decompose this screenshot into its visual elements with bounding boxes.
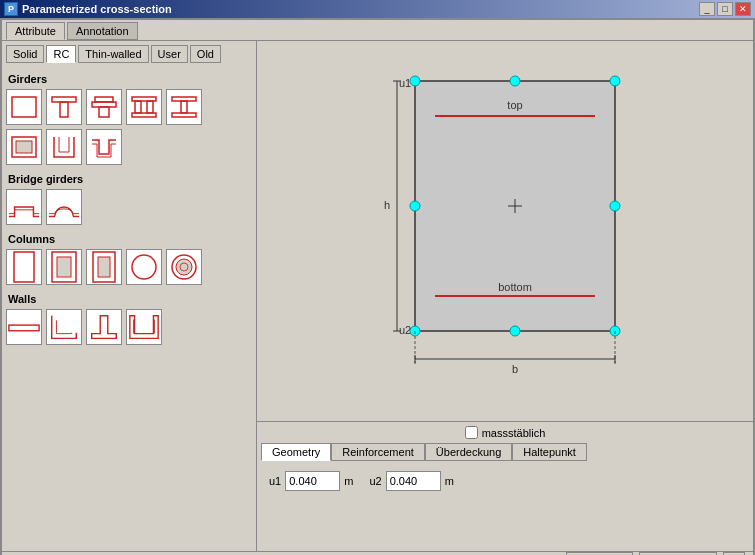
girder-rect[interactable] (6, 89, 42, 125)
tab-annotation[interactable]: Annotation (67, 22, 138, 40)
u2-field-group: u2 m (369, 471, 453, 491)
tab-geometry[interactable]: Geometry (261, 443, 331, 461)
bridge-girder-2[interactable] (46, 189, 82, 225)
svg-rect-15 (14, 252, 34, 282)
svg-point-20 (132, 255, 156, 279)
section-walls: Walls (8, 293, 252, 305)
svg-point-23 (180, 263, 188, 271)
sub-tab-bar: Solid RC Thin-walled User Old (6, 45, 252, 63)
app-icon: P (4, 2, 18, 16)
cross-section-diagram: top bottom h u2 u1 b (325, 41, 685, 421)
section-bridge-girders: Bridge girders (8, 173, 252, 185)
svg-point-28 (410, 76, 420, 86)
svg-rect-9 (132, 113, 156, 117)
girder-t-wide[interactable] (86, 89, 122, 125)
u1-field-group: u1 m (269, 471, 353, 491)
column-hollow-rect2[interactable] (86, 249, 122, 285)
maximize-button[interactable]: □ (717, 2, 733, 16)
u1-input[interactable] (285, 471, 340, 491)
svg-text:h: h (384, 199, 390, 211)
param-fields: u1 m u2 m (261, 467, 749, 495)
window-controls: _ □ ✕ (699, 2, 751, 16)
svg-point-29 (510, 76, 520, 86)
column-circle[interactable] (126, 249, 162, 285)
section-girders: Girders (8, 73, 252, 85)
u2-input[interactable] (386, 471, 441, 491)
girder-trough[interactable] (86, 129, 122, 165)
svg-rect-11 (181, 101, 187, 113)
masstablich-label: massstäblich (482, 427, 546, 439)
close-button[interactable]: ✕ (735, 2, 751, 16)
drawing-area: top bottom h u2 u1 b (257, 41, 753, 421)
main-window: Attribute Annotation Solid RC Thin-walle… (0, 18, 755, 555)
svg-rect-12 (172, 113, 196, 117)
svg-text:u1: u1 (399, 77, 411, 89)
svg-rect-2 (60, 102, 68, 117)
wall-l[interactable] (46, 309, 82, 345)
svg-rect-8 (147, 101, 153, 113)
tab-reinforcement[interactable]: Reinforcement (331, 443, 425, 461)
svg-text:u2: u2 (399, 324, 411, 336)
wall-u[interactable] (126, 309, 162, 345)
walls-row (6, 309, 252, 345)
param-tabs: Geometry Reinforcement Überdeckung Halte… (261, 443, 749, 461)
top-tab-bar: Attribute Annotation (2, 20, 753, 40)
u1-label: u1 (269, 475, 281, 487)
tab-user[interactable]: User (151, 45, 188, 63)
tab-attribute[interactable]: Attribute (6, 22, 65, 40)
u2-unit: m (445, 475, 454, 487)
girders-row-2 (6, 129, 252, 165)
bridge-girder-1[interactable] (6, 189, 42, 225)
masstablich-checkbox[interactable] (465, 426, 478, 439)
column-hollow-circle[interactable] (166, 249, 202, 285)
u2-label: u2 (369, 475, 381, 487)
girder-double-t[interactable] (126, 89, 162, 125)
tab-old[interactable]: Old (190, 45, 221, 63)
column-rect[interactable] (6, 249, 42, 285)
wall-flat[interactable] (6, 309, 42, 345)
girders-row-1 (6, 89, 252, 125)
tab-rc[interactable]: RC (46, 45, 76, 63)
girder-i-beam[interactable] (166, 89, 202, 125)
svg-point-30 (610, 76, 620, 86)
tab-thin-walled[interactable]: Thin-walled (78, 45, 148, 63)
u1-unit: m (344, 475, 353, 487)
svg-rect-0 (12, 97, 36, 117)
girder-t[interactable] (46, 89, 82, 125)
svg-text:top: top (507, 99, 522, 111)
content-area: Solid RC Thin-walled User Old Girders (2, 40, 753, 551)
girder-u[interactable] (46, 129, 82, 165)
checkbox-row: massstäblich (261, 426, 749, 439)
svg-point-34 (510, 326, 520, 336)
section-columns: Columns (8, 233, 252, 245)
svg-rect-7 (135, 101, 141, 113)
svg-point-32 (610, 201, 620, 211)
window-title: Parameterized cross-section (22, 3, 172, 15)
title-bar: P Parameterized cross-section _ □ ✕ (0, 0, 755, 18)
svg-rect-24 (9, 325, 39, 331)
wall-t[interactable] (86, 309, 122, 345)
minimize-button[interactable]: _ (699, 2, 715, 16)
svg-text:b: b (512, 363, 518, 375)
bottom-tabs-area: massstäblich Geometry Reinforcement Über… (257, 421, 753, 551)
svg-rect-14 (16, 141, 32, 153)
columns-row (6, 249, 252, 285)
svg-point-31 (410, 201, 420, 211)
svg-rect-19 (98, 257, 110, 277)
tab-uberdeckung[interactable]: Überdeckung (425, 443, 512, 461)
right-panel: top bottom h u2 u1 b (257, 41, 753, 551)
left-panel: Solid RC Thin-walled User Old Girders (2, 41, 257, 551)
svg-rect-5 (99, 107, 109, 117)
bridge-girders-row (6, 189, 252, 225)
svg-rect-17 (57, 257, 71, 277)
footer-bar: Create Apply (1) ? (2, 551, 753, 555)
column-hollow-rect[interactable] (46, 249, 82, 285)
tab-solid[interactable]: Solid (6, 45, 44, 63)
girder-box[interactable] (6, 129, 42, 165)
tab-haltepunkt[interactable]: Haltepunkt (512, 443, 587, 461)
svg-text:bottom: bottom (498, 281, 532, 293)
